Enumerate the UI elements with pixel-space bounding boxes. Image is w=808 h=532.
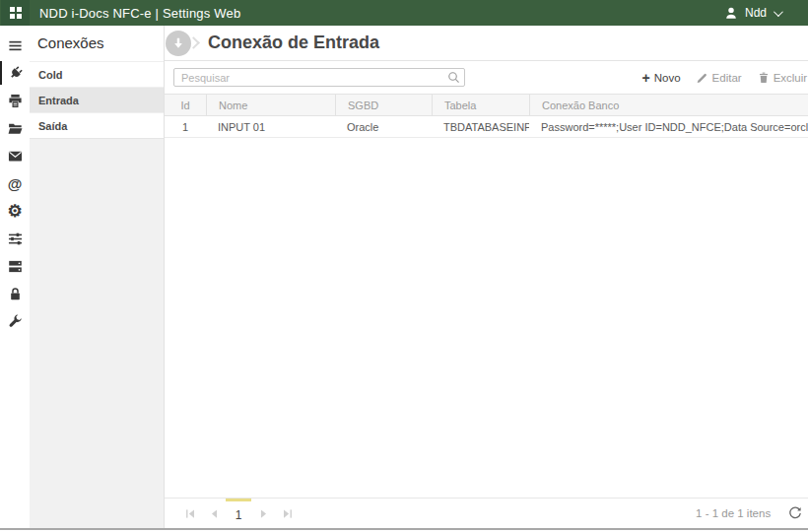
rail-item-printers[interactable]	[0, 87, 30, 114]
icon-rail: @ ⚙	[0, 26, 30, 528]
column-header-sgbd[interactable]: SGBD	[335, 95, 432, 115]
rail-item-connections[interactable]	[0, 59, 30, 87]
sliders-icon	[8, 232, 23, 246]
column-header-nome[interactable]: Nome	[206, 95, 335, 115]
table-header-row: Id Nome SGBD Tabela Conexão Banco	[165, 94, 808, 116]
cell-id: 1	[165, 116, 206, 137]
column-header-id[interactable]: Id	[165, 95, 206, 115]
open-folder-icon	[8, 121, 23, 136]
grid-logo-icon	[10, 7, 22, 19]
rail-item-settings[interactable]: ⚙	[0, 197, 30, 225]
new-button-label: Novo	[654, 72, 681, 84]
rail-item-tools[interactable]	[0, 307, 30, 335]
pencil-icon	[697, 72, 708, 84]
new-button[interactable]: + Novo	[642, 71, 681, 85]
user-icon	[724, 6, 738, 20]
rail-item-mail[interactable]	[0, 142, 30, 169]
rail-item-parameters[interactable]	[0, 225, 30, 252]
table-row[interactable]: 1 INPUT 01 Oracle TBDATABASEINPUT Passwo…	[165, 116, 808, 138]
next-page-button[interactable]	[251, 499, 275, 528]
refresh-button[interactable]	[788, 499, 802, 528]
page-number-current[interactable]: 1	[226, 499, 251, 528]
top-header: NDD i-Docs NFC-e | Settings Web Ndd	[0, 0, 808, 26]
first-page-button[interactable]	[178, 499, 202, 528]
user-name: Ndd	[745, 6, 767, 20]
at-sign-icon: @	[8, 176, 23, 191]
search-icon[interactable]	[447, 71, 460, 84]
cell-sgbd: Oracle	[335, 116, 432, 137]
sidebar-item-cold[interactable]: Cold	[30, 61, 164, 87]
plug-icon	[4, 62, 25, 83]
sidebar-title: Conexões	[30, 26, 164, 61]
sidebar-item-saida[interactable]: Saída	[30, 112, 164, 138]
cell-conexao-banco: Password=*****;User ID=NDD_NFCE;Data Sou…	[529, 116, 808, 137]
page-title: Conexão de Entrada	[208, 33, 379, 53]
pager-summary: 1 - 1 de 1 itens	[696, 499, 771, 528]
search-box	[173, 68, 465, 88]
sidebar-item-entrada[interactable]: Entrada	[30, 87, 164, 112]
printer-icon	[8, 94, 23, 108]
user-menu[interactable]: Ndd	[724, 6, 780, 20]
main-content: Conexão de Entrada + Novo Editar	[164, 26, 808, 528]
menu-toggle-button[interactable]	[0, 32, 30, 59]
cell-tabela: TBDATABASEINPUT	[432, 116, 529, 137]
column-header-tabela[interactable]: Tabela	[432, 95, 529, 115]
cell-nome: INPUT 01	[206, 116, 335, 137]
prev-page-button[interactable]	[202, 499, 226, 528]
toolbar: + Novo Editar Excluir	[165, 61, 808, 94]
connections-sidebar: Conexões Cold Entrada Saída	[30, 26, 164, 528]
sidebar-item-label: Entrada	[38, 95, 79, 106]
rail-item-email-config[interactable]: @	[0, 169, 30, 197]
trash-icon	[758, 72, 770, 84]
server-icon	[8, 259, 23, 274]
hamburger-icon	[8, 38, 23, 53]
rail-item-files[interactable]	[0, 114, 30, 142]
envelope-icon	[8, 149, 23, 164]
delete-button[interactable]: Excluir	[758, 72, 808, 84]
page-header-icon	[166, 31, 198, 56]
chevron-down-icon	[774, 7, 783, 17]
rail-item-security[interactable]	[0, 280, 30, 307]
edit-button-label: Editar	[712, 72, 742, 84]
page-header: Conexão de Entrada	[165, 26, 808, 61]
delete-button-label: Excluir	[774, 72, 808, 84]
column-header-conexao-banco[interactable]: Conexão Banco	[529, 95, 808, 115]
lock-icon	[8, 287, 23, 301]
refresh-icon	[788, 506, 802, 520]
sidebar-item-label: Saída	[38, 120, 67, 132]
sidebar-item-label: Cold	[38, 69, 62, 81]
pager: 1 1 - 1 de 1 itens	[165, 498, 808, 528]
app-launcher-button[interactable]	[1, 0, 30, 26]
last-page-button[interactable]	[275, 499, 299, 528]
plus-icon: +	[642, 71, 650, 85]
rail-item-database[interactable]	[0, 252, 30, 280]
search-input[interactable]	[173, 68, 465, 87]
edit-button[interactable]: Editar	[697, 72, 742, 84]
app-title: NDD i-Docs NFC-e | Settings Web	[39, 6, 240, 21]
gear-icon: ⚙	[7, 203, 22, 220]
wrench-icon	[8, 314, 23, 329]
